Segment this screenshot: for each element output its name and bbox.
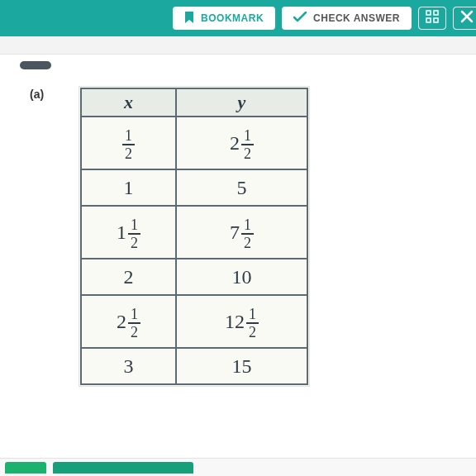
part-label: (a) xyxy=(30,88,44,101)
table-row: 12 212 xyxy=(81,117,307,169)
cell-x: 2 xyxy=(81,259,176,295)
scanned-table-image: x y 12 212 1 5 112 712 xyxy=(79,86,310,387)
table-row: 3 15 xyxy=(81,348,307,384)
cell-y: 10 xyxy=(176,259,307,295)
bookmark-button[interactable]: BOOKMARK xyxy=(173,7,275,30)
bottom-bar xyxy=(0,458,476,476)
check-answer-button[interactable]: CHECK ANSWER xyxy=(282,7,412,30)
cell-x: 212 xyxy=(81,295,176,348)
cell-y: 15 xyxy=(176,348,307,384)
table-header-row: x y xyxy=(81,88,307,117)
table-row: 112 712 xyxy=(81,206,307,259)
table-row: 2 10 xyxy=(81,259,307,295)
bottom-button-a[interactable] xyxy=(5,462,46,474)
cell-y: 712 xyxy=(176,206,307,259)
col-header-x: x xyxy=(81,88,176,117)
cell-x: 1 xyxy=(81,169,176,206)
svg-rect-3 xyxy=(434,18,438,22)
col-header-y: y xyxy=(176,88,307,117)
svg-rect-0 xyxy=(426,11,431,15)
cell-x: 12 xyxy=(81,117,176,169)
bottom-button-b[interactable] xyxy=(53,462,193,474)
table-row: 212 1212 xyxy=(81,295,307,348)
check-answer-label: CHECK ANSWER xyxy=(313,12,400,24)
top-toolbar: BOOKMARK CHECK ANSWER xyxy=(0,0,476,36)
bookmark-icon xyxy=(184,12,194,26)
bookmark-label: BOOKMARK xyxy=(201,12,264,24)
close-icon xyxy=(460,10,474,26)
cell-y: 1212 xyxy=(176,295,307,348)
sub-toolbar-strip xyxy=(0,36,476,55)
cell-x: 3 xyxy=(81,348,176,384)
svg-rect-2 xyxy=(426,18,431,22)
question-number-chip xyxy=(20,61,51,69)
grid-button[interactable] xyxy=(418,7,446,30)
close-button[interactable] xyxy=(453,7,476,30)
table-row: 1 5 xyxy=(81,169,307,206)
cell-y: 212 xyxy=(176,117,307,169)
question-content: (a) x y 12 212 1 5 112 xyxy=(0,55,476,458)
check-icon xyxy=(293,12,307,26)
cell-y: 5 xyxy=(176,169,307,206)
cell-x: 112 xyxy=(81,206,176,259)
grid-icon xyxy=(426,10,439,26)
xy-table: x y 12 212 1 5 112 712 xyxy=(80,88,308,385)
svg-rect-1 xyxy=(434,11,438,15)
